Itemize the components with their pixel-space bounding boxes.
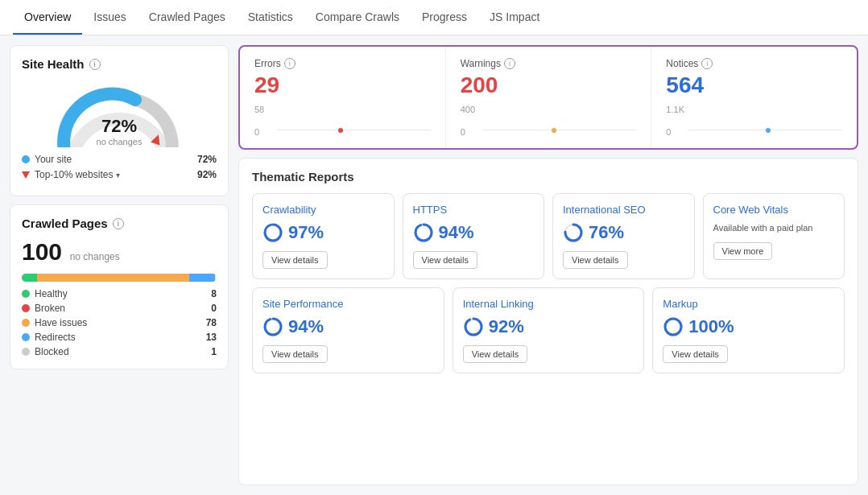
right-panel: Errors i 29 58 0 Warnings i 200 <box>238 45 858 485</box>
tab-statistics[interactable]: Statistics <box>237 1 304 35</box>
pb-healthy <box>22 274 37 282</box>
report-https: HTTPS 94% View details <box>403 193 545 279</box>
warnings-spark-line <box>483 130 637 130</box>
your-site-legend: Your site 72% <box>22 154 217 165</box>
crawl-legend: Healthy 8 Broken 0 Have issues 78 Redire… <box>22 288 217 357</box>
crawlability-view-btn[interactable]: View details <box>262 251 328 269</box>
redirects-label: Redirects <box>35 332 206 343</box>
issues-label: Have issues <box>35 317 206 328</box>
crawl-row-redirects: Redirects 13 <box>22 332 217 343</box>
crawled-pages-info-icon[interactable]: i <box>113 218 124 229</box>
crawled-count-row: 100 no changes <box>22 238 217 266</box>
tab-crawled-pages[interactable]: Crawled Pages <box>138 1 237 35</box>
warnings-zero: 0 <box>461 127 465 137</box>
https-view-btn[interactable]: View details <box>413 251 478 269</box>
bottom-reports-grid: Site Performance 94% View details Intern… <box>252 287 845 373</box>
site-performance-ring <box>262 316 283 337</box>
svg-point-12 <box>665 319 681 335</box>
warnings-label: Warnings i <box>461 58 637 69</box>
svg-point-10 <box>465 319 482 335</box>
issues-dot <box>22 319 30 327</box>
tab-issues[interactable]: Issues <box>82 1 137 35</box>
crawled-no-changes: no changes <box>70 251 120 262</box>
pb-issues <box>37 274 189 282</box>
gauge-center: 72% no changes <box>97 118 143 147</box>
internal-linking-view-btn[interactable]: View details <box>463 345 528 363</box>
errors-card: Errors i 29 58 0 <box>240 47 446 148</box>
tab-js-impact[interactable]: JS Impact <box>478 1 551 35</box>
healthy-val: 8 <box>211 288 217 299</box>
nav-bar: Overview Issues Crawled Pages Statistics… <box>0 0 868 35</box>
https-score: 94% <box>413 222 535 243</box>
internal-linking-name: Internal Linking <box>463 298 634 310</box>
your-site-label: Your site <box>35 154 197 165</box>
blocked-dot <box>22 348 30 356</box>
tab-progress[interactable]: Progress <box>411 1 478 35</box>
gauge-label: no changes <box>97 137 143 146</box>
notices-info-icon[interactable]: i <box>701 58 713 69</box>
site-performance-name: Site Performance <box>262 298 434 310</box>
cwv-view-btn[interactable]: View more <box>713 242 773 260</box>
top-sites-triangle-icon <box>22 171 30 179</box>
tab-overview[interactable]: Overview <box>13 1 82 35</box>
tab-compare-crawls[interactable]: Compare Crawls <box>304 1 411 35</box>
top-sites-legend: Top-10% websites ▾ 92% <box>22 169 217 180</box>
chevron-down-icon[interactable]: ▾ <box>116 171 120 179</box>
report-cwv: Core Web Vitals Available with a paid pl… <box>703 193 845 279</box>
crawlability-score: 97% <box>262 222 384 243</box>
markup-name: Markup <box>663 298 834 310</box>
notices-label: Notices i <box>666 58 842 69</box>
notices-zero: 0 <box>666 127 671 137</box>
intl-seo-ring <box>563 222 584 243</box>
site-performance-score-val: 94% <box>288 316 324 337</box>
errors-label: Errors i <box>254 58 431 69</box>
notices-spark-line <box>688 130 842 130</box>
warnings-value: 200 <box>461 72 637 98</box>
top-sites-value: 92% <box>197 169 217 180</box>
intl-seo-view-btn[interactable]: View details <box>563 251 628 269</box>
errors-zero: 0 <box>254 127 259 137</box>
thematic-reports-title: Thematic Reports <box>252 170 845 184</box>
markup-view-btn[interactable]: View details <box>663 345 728 363</box>
blocked-val: 1 <box>211 346 217 357</box>
cwv-paid-text: Available with a paid plan <box>713 222 835 234</box>
errors-spark-line <box>277 130 431 130</box>
svg-point-8 <box>265 319 281 335</box>
cwv-name: Core Web Vitals <box>713 204 835 216</box>
notices-spark-dot <box>766 128 771 133</box>
markup-score-val: 100% <box>688 316 734 337</box>
crawled-pages-card: Crawled Pages i 100 no changes Healthy 8 <box>10 204 229 369</box>
broken-dot <box>22 304 30 312</box>
crawlability-ring <box>262 222 283 243</box>
notices-value: 564 <box>666 72 842 98</box>
internal-linking-ring <box>463 316 484 337</box>
crawled-progress-bar <box>22 274 217 282</box>
intl-seo-score: 76% <box>563 222 684 243</box>
internal-linking-score-val: 92% <box>489 316 524 337</box>
site-performance-view-btn[interactable]: View details <box>262 345 328 363</box>
left-panel: Site Health i 72% <box>10 45 229 485</box>
errors-value: 29 <box>254 72 431 98</box>
gauge-percent: 72% <box>97 118 143 135</box>
site-health-title: Site Health i <box>22 57 217 71</box>
your-site-dot <box>22 155 30 163</box>
https-ring <box>413 222 434 243</box>
blocked-label: Blocked <box>35 346 211 357</box>
your-site-value: 72% <box>197 154 217 165</box>
gauge-wrap: 72% no changes <box>55 79 184 147</box>
warnings-sparkline: 400 0 <box>461 105 637 137</box>
warnings-info-icon[interactable]: i <box>504 58 515 69</box>
warnings-card: Warnings i 200 400 0 <box>446 47 652 148</box>
warnings-spark-dot <box>552 128 556 133</box>
crawl-row-blocked: Blocked 1 <box>22 346 217 357</box>
intl-seo-name: International SEO <box>563 204 684 216</box>
errors-sparkline: 58 0 <box>254 105 431 137</box>
crawl-row-broken: Broken 0 <box>22 303 217 314</box>
errors-info-icon[interactable]: i <box>284 58 296 69</box>
https-score-val: 94% <box>439 222 474 243</box>
site-health-info-icon[interactable]: i <box>89 59 101 70</box>
healthy-dot <box>22 290 30 298</box>
issues-val: 78 <box>206 317 217 328</box>
intl-seo-score-val: 76% <box>589 222 624 243</box>
broken-val: 0 <box>211 303 217 314</box>
